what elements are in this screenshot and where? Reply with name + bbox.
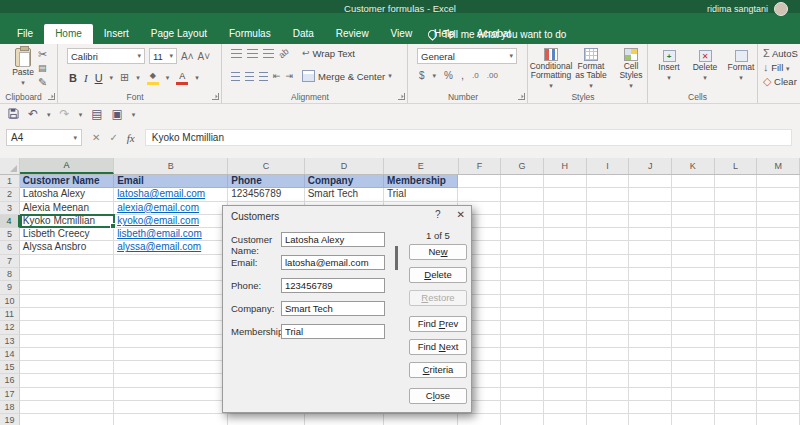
column-header-j[interactable]: J: [629, 158, 672, 174]
cell-H17[interactable]: [544, 388, 587, 401]
cell-G18[interactable]: [501, 401, 544, 414]
cell-L11[interactable]: [715, 308, 758, 321]
cell-K16[interactable]: [672, 374, 715, 387]
tab-view[interactable]: View: [380, 24, 424, 44]
cell-A8[interactable]: [20, 268, 114, 281]
cell-G17[interactable]: [501, 388, 544, 401]
cell-H2[interactable]: [544, 188, 587, 201]
cell-C1[interactable]: Phone: [228, 175, 304, 188]
cell-H19[interactable]: [544, 414, 587, 425]
cell-J4[interactable]: [629, 215, 672, 228]
cell-A2[interactable]: Latosha Alexy: [20, 188, 114, 201]
cell-G11[interactable]: [501, 308, 544, 321]
cell-I14[interactable]: [587, 348, 630, 361]
cell-I10[interactable]: [587, 295, 630, 308]
fill-color-chevron-icon[interactable]: ▾: [166, 74, 170, 82]
cell-A19[interactable]: [20, 414, 114, 425]
cell-A4[interactable]: Kyoko Mcmillian: [20, 215, 114, 228]
cell-J13[interactable]: [629, 335, 672, 348]
cell-G19[interactable]: [501, 414, 544, 425]
cell-A9[interactable]: [20, 281, 114, 294]
row-header-2[interactable]: 2: [0, 188, 20, 201]
currency-icon[interactable]: $: [419, 70, 425, 81]
new-button[interactable]: New: [409, 244, 467, 260]
cell-G9[interactable]: [501, 281, 544, 294]
cell-A17[interactable]: [20, 388, 114, 401]
cell-L12[interactable]: [715, 321, 758, 334]
cell-J9[interactable]: [629, 281, 672, 294]
cell-G3[interactable]: [501, 202, 544, 215]
cell-J14[interactable]: [629, 348, 672, 361]
column-header-b[interactable]: B: [114, 158, 228, 174]
cell-H1[interactable]: [544, 175, 587, 188]
cell-J5[interactable]: [629, 228, 672, 241]
merge-center-button[interactable]: Merge & Center ▾: [302, 70, 392, 82]
cell-M11[interactable]: [757, 308, 800, 321]
cell-I7[interactable]: [587, 255, 630, 268]
undo-icon[interactable]: ↶: [28, 109, 38, 120]
cell-I16[interactable]: [587, 374, 630, 387]
confirm-entry-icon[interactable]: ✓: [109, 132, 117, 143]
cell-K12[interactable]: [672, 321, 715, 334]
cell-B7[interactable]: [114, 255, 228, 268]
cell-K4[interactable]: [672, 215, 715, 228]
cell-styles-button[interactable]: CellStyles▾: [612, 48, 650, 90]
row-header-17[interactable]: 17: [0, 388, 20, 401]
cell-K1[interactable]: [672, 175, 715, 188]
cell-B11[interactable]: [114, 308, 228, 321]
cell-B19[interactable]: [114, 414, 228, 425]
cell-A12[interactable]: [20, 321, 114, 334]
name-box[interactable]: A4 ▾: [6, 129, 82, 146]
row-header-14[interactable]: 14: [0, 348, 20, 361]
increase-indent-icon[interactable]: ⇥: [286, 71, 294, 82]
cell-I6[interactable]: [587, 241, 630, 254]
underline-button[interactable]: U: [95, 72, 103, 84]
italic-button[interactable]: I: [84, 72, 88, 84]
font-color-button[interactable]: A: [176, 71, 188, 85]
cell-M3[interactable]: [757, 202, 800, 215]
cell-B3[interactable]: alexia@email.com: [114, 202, 228, 215]
cell-J18[interactable]: [629, 401, 672, 414]
cell-L16[interactable]: [715, 374, 758, 387]
cell-L3[interactable]: [715, 202, 758, 215]
underline-chevron-icon[interactable]: ▾: [110, 74, 114, 82]
cell-M7[interactable]: [757, 255, 800, 268]
cell-J11[interactable]: [629, 308, 672, 321]
row-header-6[interactable]: 6: [0, 241, 20, 254]
copy-icon[interactable]: ▤: [38, 63, 47, 74]
email-field[interactable]: [281, 255, 385, 270]
cell-K17[interactable]: [672, 388, 715, 401]
format-cells-button[interactable]: Format▾: [724, 50, 758, 82]
row-header-3[interactable]: 3: [0, 202, 20, 215]
cell-K11[interactable]: [672, 308, 715, 321]
row-header-8[interactable]: 8: [0, 268, 20, 281]
delete-cells-button[interactable]: ✕Delete▾: [688, 50, 722, 82]
autosum-button[interactable]: Σ AutoS: [763, 48, 798, 59]
cell-M19[interactable]: [757, 414, 800, 425]
cut-icon[interactable]: ✂: [38, 49, 47, 60]
row-header-7[interactable]: 7: [0, 255, 20, 268]
company-field[interactable]: [281, 301, 385, 316]
cell-B15[interactable]: [114, 361, 228, 374]
cell-A10[interactable]: [20, 295, 114, 308]
cell-F19[interactable]: [458, 414, 501, 425]
cell-M4[interactable]: [757, 215, 800, 228]
cell-H4[interactable]: [544, 215, 587, 228]
fill-button[interactable]: ↓ Fill ▾: [763, 62, 798, 73]
wrap-text-button[interactable]: ↩ Wrap Text: [302, 48, 355, 59]
membership-field[interactable]: [281, 324, 385, 339]
cell-G16[interactable]: [501, 374, 544, 387]
cell-L6[interactable]: [715, 241, 758, 254]
currency-chevron-icon[interactable]: ▾: [433, 72, 437, 80]
tab-review[interactable]: Review: [325, 24, 380, 44]
cell-G6[interactable]: [501, 241, 544, 254]
column-header-g[interactable]: G: [501, 158, 544, 174]
close-button[interactable]: Close: [409, 388, 467, 404]
cell-M5[interactable]: [757, 228, 800, 241]
cell-E2[interactable]: Trial: [384, 188, 458, 201]
cell-M12[interactable]: [757, 321, 800, 334]
cell-B8[interactable]: [114, 268, 228, 281]
cell-K3[interactable]: [672, 202, 715, 215]
redo-icon[interactable]: ↷: [60, 109, 70, 120]
window-icon[interactable]: ▣: [112, 109, 123, 120]
